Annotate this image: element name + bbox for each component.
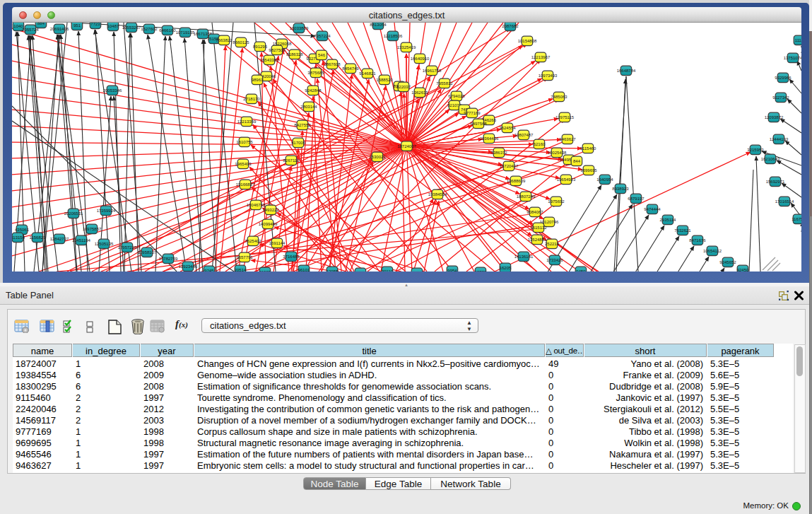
svg-text:3215953: 3215953 <box>747 148 764 152</box>
svg-text:7955812: 7955812 <box>436 81 453 86</box>
svg-text:16648784: 16648784 <box>617 69 636 73</box>
svg-text:8813054: 8813054 <box>370 23 387 27</box>
svg-text:9450: 9450 <box>576 269 586 271</box>
svg-text:10807487: 10807487 <box>514 133 534 137</box>
svg-text:2530021: 2530021 <box>369 155 386 159</box>
svg-text:2055724: 2055724 <box>22 28 39 32</box>
svg-text:1493222: 1493222 <box>262 208 279 212</box>
svg-text:9657791: 9657791 <box>236 255 253 259</box>
svg-text:9115460: 9115460 <box>580 146 597 151</box>
svg-text:9245: 9245 <box>204 269 214 271</box>
svg-text:13751074: 13751074 <box>784 56 801 60</box>
svg-text:12213967: 12213967 <box>531 55 551 59</box>
svg-text:14136141: 14136141 <box>514 255 534 259</box>
svg-text:20206531: 20206531 <box>64 211 83 216</box>
svg-text:8454749: 8454749 <box>342 66 359 71</box>
svg-text:20110: 20110 <box>382 269 394 271</box>
svg-text:417006: 417006 <box>291 141 306 145</box>
svg-text:1691144: 1691144 <box>269 241 286 245</box>
svg-text:2935114: 2935114 <box>660 218 677 222</box>
svg-text:12213369: 12213369 <box>237 119 257 124</box>
svg-text:1615132: 1615132 <box>530 226 547 230</box>
svg-text:8186328: 8186328 <box>286 52 303 57</box>
svg-text:546: 546 <box>318 53 326 57</box>
svg-text:12975115: 12975115 <box>555 115 575 119</box>
svg-text:3716485: 3716485 <box>283 255 300 259</box>
svg-text:822037: 822037 <box>396 85 411 89</box>
svg-text:10046758: 10046758 <box>247 203 266 207</box>
svg-text:9474444: 9474444 <box>644 207 661 211</box>
svg-text:6497568: 6497568 <box>470 122 487 126</box>
svg-text:92450: 92450 <box>737 268 749 271</box>
svg-text:9777169: 9777169 <box>464 111 481 115</box>
svg-text:20514: 20514 <box>235 268 247 271</box>
svg-text:313154: 313154 <box>12 235 25 240</box>
svg-text:10975857: 10975857 <box>83 227 102 231</box>
svg-text:2867608: 2867608 <box>324 62 341 66</box>
svg-text:7357224: 7357224 <box>314 34 331 38</box>
svg-text:20053346: 20053346 <box>103 88 122 93</box>
svg-text:19654923: 19654923 <box>557 177 576 182</box>
svg-text:17359924: 17359924 <box>97 209 116 213</box>
svg-text:10688609: 10688609 <box>507 179 526 183</box>
svg-text:9329966: 9329966 <box>775 76 792 80</box>
svg-text:10025438: 10025438 <box>548 151 567 155</box>
svg-text:884: 884 <box>37 23 45 25</box>
svg-text:16210643: 16210643 <box>761 157 780 161</box>
svg-text:18724007: 18724007 <box>397 144 416 148</box>
svg-text:8267110: 8267110 <box>283 158 300 163</box>
svg-text:14099489: 14099489 <box>259 222 278 226</box>
svg-text:17957225: 17957225 <box>118 245 137 250</box>
svg-text:1610755: 1610755 <box>236 140 253 144</box>
svg-text:10154808: 10154808 <box>518 39 537 43</box>
svg-text:6794028: 6794028 <box>448 94 465 98</box>
svg-text:11451194: 11451194 <box>72 238 90 243</box>
svg-text:2803144: 2803144 <box>300 105 317 109</box>
svg-text:7485063: 7485063 <box>551 95 567 99</box>
svg-text:19166827: 19166827 <box>236 182 255 187</box>
svg-text:12218506: 12218506 <box>384 34 403 38</box>
svg-text:13524851: 13524851 <box>528 238 547 242</box>
svg-text:7723: 7723 <box>90 23 100 26</box>
svg-text:1975692: 1975692 <box>548 199 565 204</box>
svg-text:9827509: 9827509 <box>269 48 286 52</box>
svg-text:8427552: 8427552 <box>294 123 311 127</box>
svg-text:15720407: 15720407 <box>500 164 519 168</box>
svg-text:9242848: 9242848 <box>305 88 322 93</box>
svg-text:16782759: 16782759 <box>159 257 178 261</box>
svg-text:10654112: 10654112 <box>703 249 722 253</box>
svg-text:18807249: 18807249 <box>517 194 536 199</box>
svg-text:1362635: 1362635 <box>411 90 428 95</box>
svg-text:9146821: 9146821 <box>359 71 376 76</box>
svg-text:10719155: 10719155 <box>176 30 195 35</box>
svg-text:17016514: 17016514 <box>775 199 794 204</box>
svg-text:12093872: 12093872 <box>765 115 784 119</box>
svg-text:20691406: 20691406 <box>50 27 69 31</box>
svg-text:435061: 435061 <box>15 228 30 232</box>
svg-text:10487: 10487 <box>107 24 119 28</box>
svg-text:9699695: 9699695 <box>580 168 597 173</box>
svg-text:12842737: 12842737 <box>50 237 69 241</box>
svg-text:14407: 14407 <box>411 271 423 271</box>
svg-text:3624554: 3624554 <box>499 126 516 130</box>
svg-text:7625402: 7625402 <box>245 239 261 243</box>
svg-text:10553267: 10553267 <box>122 25 141 30</box>
svg-text:8660125: 8660125 <box>233 40 249 45</box>
svg-text:96101: 96101 <box>298 268 310 271</box>
svg-text:1112: 1112 <box>795 38 801 42</box>
svg-text:1588520: 1588520 <box>376 78 393 82</box>
svg-text:11023: 11023 <box>259 270 271 271</box>
svg-text:2087682: 2087682 <box>502 24 519 28</box>
svg-text:7663822: 7663822 <box>216 38 233 42</box>
svg-text:13325419: 13325419 <box>397 45 416 49</box>
svg-text:19384554: 19384554 <box>428 192 447 197</box>
svg-text:1156829: 1156829 <box>30 235 47 240</box>
svg-text:1527602: 1527602 <box>141 27 158 31</box>
svg-text:10958107: 10958107 <box>138 250 157 255</box>
svg-text:1733426: 1733426 <box>546 258 563 262</box>
svg-text:6466160: 6466160 <box>159 28 176 33</box>
svg-text:20364436: 20364436 <box>480 136 499 141</box>
svg-text:951: 951 <box>73 23 81 28</box>
svg-text:9084067: 9084067 <box>526 210 543 214</box>
svg-text:98961: 98961 <box>252 78 264 82</box>
